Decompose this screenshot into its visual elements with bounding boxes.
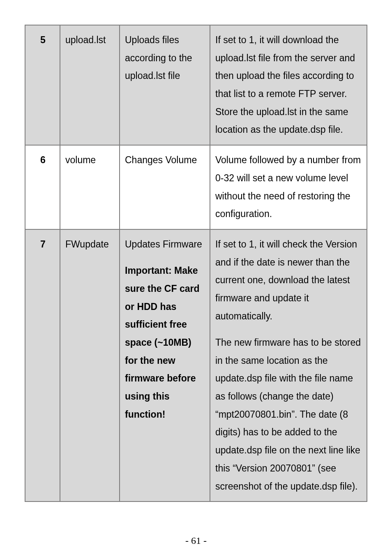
desc-bold: Important: Make sure the CF card or HDD … [125, 265, 200, 420]
row-number: 5 [25, 25, 60, 145]
table-row: 6 volume Changes Volume Volume followed … [25, 145, 367, 229]
table-row: 5 upload.lst Uploads files according to … [25, 25, 367, 145]
row-number: 7 [25, 229, 60, 502]
config-table: 5 upload.lst Uploads files according to … [25, 25, 367, 502]
row-name: upload.lst [60, 25, 120, 145]
row-desc: Uploads files according to the upload.ls… [120, 25, 210, 145]
row-desc: Changes Volume [120, 145, 210, 229]
table-row: 7 FWupdate Updates Firmware Important: M… [25, 229, 367, 502]
row-detail: If set to 1, it will check the Version a… [210, 229, 367, 502]
row-desc: Updates Firmware Important: Make sure th… [120, 229, 210, 502]
row-name: FWupdate [60, 229, 120, 502]
row-detail: If set to 1, it will download the upload… [210, 25, 367, 145]
detail-p1: If set to 1, it will check the Version a… [215, 239, 357, 321]
desc-plain: Updates Firmware [125, 239, 202, 250]
row-number: 6 [25, 145, 60, 229]
page-number: - 61 - [0, 535, 392, 546]
row-detail: Volume followed by a number from 0-32 wi… [210, 145, 367, 229]
detail-p2: The new firmware has to be stored in the… [215, 337, 361, 492]
row-name: volume [60, 145, 120, 229]
